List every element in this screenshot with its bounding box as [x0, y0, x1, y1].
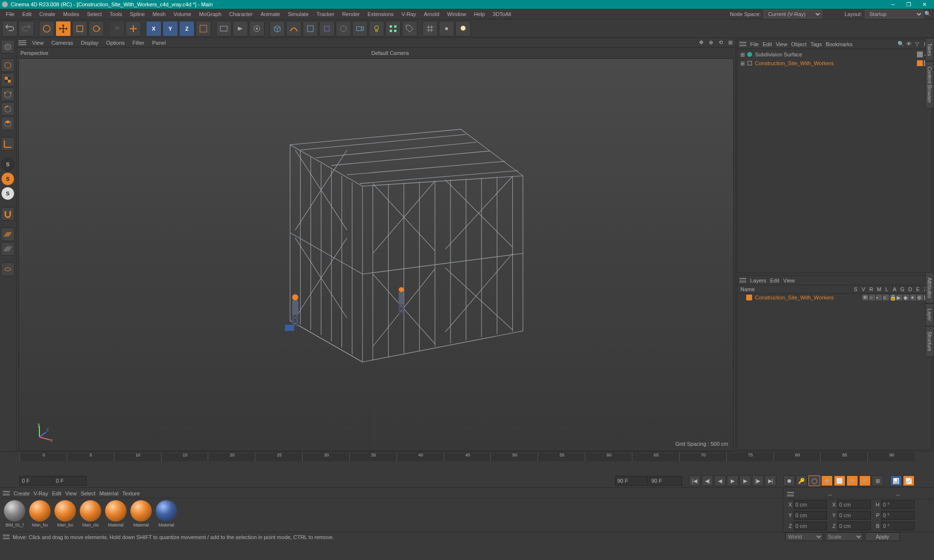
minimize-button[interactable]: ─	[885, 0, 901, 8]
rot-h-input[interactable]	[881, 500, 915, 509]
menu-arnold[interactable]: Arnold	[420, 10, 443, 18]
om-view[interactable]: View	[776, 41, 788, 47]
material-item[interactable]: Man_bo	[28, 500, 52, 527]
menu-spline[interactable]: Spline	[126, 10, 149, 18]
layer-toggle[interactable]: ▶	[897, 295, 902, 300]
tc-rot-key-button[interactable]: ⟳	[846, 475, 858, 486]
render-options-button[interactable]	[249, 21, 265, 36]
bulb-button[interactable]	[455, 21, 471, 36]
vp-move-icon[interactable]: ✥	[698, 39, 704, 46]
cube-primitive-button[interactable]	[269, 21, 285, 36]
mm-view[interactable]: View	[65, 490, 77, 496]
s-orange-button[interactable]: S	[1, 172, 15, 186]
move-button[interactable]	[55, 21, 71, 36]
vp-zoom-icon[interactable]: ⊕	[707, 39, 714, 46]
menu-file[interactable]: File	[2, 10, 18, 18]
menu-3dtoall[interactable]: 3DToAll	[489, 10, 515, 18]
tc-autokey-button[interactable]: 🔑	[796, 475, 808, 486]
tc-prev-key-button[interactable]: ◀|	[701, 475, 713, 486]
menu-character[interactable]: Character	[225, 10, 256, 18]
tab-structure[interactable]: Structure	[925, 326, 934, 357]
vp-layout-icon[interactable]: ⊞	[727, 39, 734, 46]
poly-mode-button[interactable]	[1, 117, 15, 130]
generator-button[interactable]	[303, 21, 318, 36]
material-item[interactable]: Material	[155, 500, 178, 527]
obj-name[interactable]: Subdivision Surface	[755, 52, 917, 57]
render-settings-button[interactable]	[216, 21, 232, 36]
tc-scale-key-button[interactable]: ⬜	[834, 475, 845, 486]
layer-tag-icon[interactable]	[917, 60, 923, 66]
coord-system-select[interactable]: World	[785, 532, 823, 541]
rot-b-input[interactable]	[881, 522, 915, 530]
material-item[interactable]: Bild_01_l	[3, 500, 26, 527]
menu-render[interactable]: Render	[338, 10, 363, 18]
scl-y-input[interactable]	[838, 511, 871, 520]
vm-view[interactable]: View	[28, 39, 48, 47]
environment-button[interactable]	[336, 21, 351, 36]
vp-rotate-icon[interactable]: ⟲	[717, 39, 724, 46]
timeline[interactable]: 0 5 10 15 20 25 30 35 40 45 50 55 60 65 …	[0, 451, 934, 474]
tc-end1[interactable]: 90 F	[615, 476, 648, 486]
grid-button[interactable]	[422, 21, 438, 36]
mm-material[interactable]: Material	[99, 490, 118, 496]
layer-name[interactable]: Construction_Site_With_Workers	[755, 295, 862, 300]
menu-help[interactable]: Help	[470, 10, 489, 18]
tc-next-key-button[interactable]: |▶	[752, 475, 764, 486]
tab-layer[interactable]: Layer	[925, 303, 934, 326]
viewport-3d[interactable]: y x z Grid Spacing : 500 cm	[18, 58, 734, 451]
snap-button[interactable]	[439, 21, 454, 36]
vm-filter[interactable]: Filter	[128, 39, 148, 47]
pos-y-input[interactable]	[794, 511, 827, 520]
undo-button[interactable]	[2, 21, 18, 36]
mm-vray[interactable]: V-Ray	[34, 490, 48, 496]
layers-hamburger-icon[interactable]	[739, 277, 746, 284]
obj-name[interactable]: Construction_Site_With_Workers	[755, 60, 917, 66]
menu-create[interactable]: Create	[36, 10, 59, 18]
tc-param-key-button[interactable]: P	[859, 475, 871, 486]
menu-tracker[interactable]: Tracker	[313, 10, 339, 18]
scl-x-input[interactable]	[838, 500, 871, 509]
pos-x-input[interactable]	[794, 500, 827, 509]
material-item[interactable]: Material	[104, 500, 127, 527]
objects-tree[interactable]: ⊞ Subdivision Surface ✓ ⊞ Construction_S…	[737, 49, 933, 273]
objects-hamburger-icon[interactable]	[739, 41, 746, 48]
model-mode-button[interactable]	[1, 40, 15, 53]
mograph-button[interactable]	[385, 21, 401, 36]
om-filter-icon[interactable]: ▽	[915, 41, 922, 48]
x-axis-button[interactable]: X	[146, 21, 162, 36]
tc-fcurve-button[interactable]: 📈	[903, 475, 915, 486]
om-edit[interactable]: Edit	[763, 41, 772, 47]
lm-layers[interactable]: Layers	[750, 278, 766, 283]
tc-prev-frame-button[interactable]: ◀	[714, 475, 726, 486]
maximize-button[interactable]: ❐	[901, 0, 916, 8]
coord-mode-select[interactable]: Scale	[825, 532, 863, 541]
materials-hamburger-icon[interactable]	[3, 490, 10, 497]
coord-system-button[interactable]	[196, 21, 211, 36]
layer-toggle[interactable]: ○	[869, 295, 875, 300]
menu-vray[interactable]: V-Ray	[397, 10, 420, 18]
workplane-button[interactable]	[1, 228, 15, 241]
mm-edit[interactable]: Edit	[52, 490, 61, 496]
object-mode-button[interactable]	[1, 58, 15, 72]
menu-edit[interactable]: Edit	[18, 10, 36, 18]
coords-hamburger-icon[interactable]	[787, 491, 794, 498]
texture-mode-button[interactable]	[1, 73, 15, 87]
layout-select[interactable]: Startup	[865, 10, 923, 18]
mm-select[interactable]: Select	[81, 490, 96, 496]
render-view-button[interactable]	[233, 21, 248, 36]
tc-pos-key-button[interactable]: ✥	[821, 475, 833, 486]
workplane-grid-button[interactable]	[1, 242, 15, 256]
om-tags[interactable]: Tags	[810, 41, 822, 47]
menu-mesh[interactable]: Mesh	[149, 10, 170, 18]
expand-icon[interactable]: ⊞	[740, 60, 746, 67]
point-mode-button[interactable]	[1, 88, 15, 101]
s-dark-button[interactable]: S	[1, 158, 15, 171]
crosshair-button[interactable]	[126, 21, 141, 36]
search-icon[interactable]: 🔍	[923, 10, 932, 18]
menu-volume[interactable]: Volume	[170, 10, 196, 18]
om-file[interactable]: File	[750, 41, 759, 47]
layer-toggle[interactable]: 🔒	[890, 295, 896, 300]
tab-content-browser[interactable]: Content Browser	[925, 61, 934, 108]
camera-button[interactable]	[352, 21, 368, 36]
layer-row[interactable]: Construction_Site_With_Workers 👁 ○ ▪ ≡ 🔒…	[737, 294, 933, 301]
